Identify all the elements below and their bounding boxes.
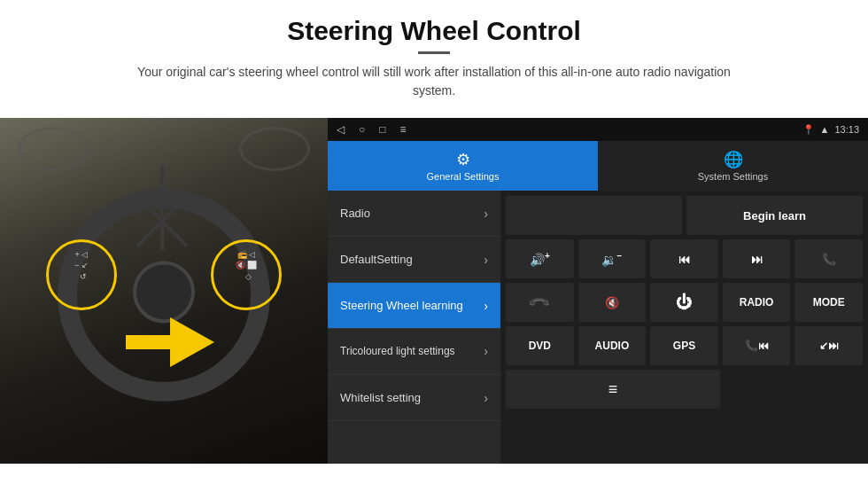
chevron-icon-whitelist: › bbox=[484, 391, 488, 405]
volume-up-button[interactable]: 🔊+ bbox=[506, 239, 574, 278]
controls-row-3: DVD AUDIO GPS 📞⏮ ↙⏭ bbox=[506, 326, 863, 365]
steering-wheel-center bbox=[133, 261, 195, 323]
chevron-icon-default: › bbox=[484, 253, 488, 267]
tab-bar: ⚙ General Settings 🌐 System Settings bbox=[328, 141, 868, 191]
ui-panel: ◁ ○ □ ≡ 📍 ▲ 13:13 ⚙ General Settings bbox=[328, 118, 868, 464]
menu-item-whitelist[interactable]: Whitelist setting › bbox=[328, 375, 500, 421]
time-display: 13:13 bbox=[834, 124, 859, 135]
content-area: + ◁− ↙ ↺ 📻 ◁🔇 ⬜ ◇ bbox=[0, 118, 868, 464]
tab-system-settings[interactable]: 🌐 System Settings bbox=[598, 141, 868, 191]
status-bar-left: ◁ ○ □ ≡ bbox=[337, 123, 407, 136]
gear-icon: ⚙ bbox=[456, 150, 470, 169]
circle-right: 📻 ◁🔇 ⬜ ◇ bbox=[211, 239, 282, 310]
phone-answer-icon: 📞 bbox=[822, 253, 836, 266]
phone-prev-icon: 📞⏮ bbox=[745, 340, 769, 352]
mode-button[interactable]: MODE bbox=[794, 283, 863, 322]
controls-row-4: ≡ bbox=[506, 370, 863, 409]
page-title: Steering Wheel Control bbox=[124, 16, 744, 46]
menu-item-steering[interactable]: Steering Wheel learning › bbox=[328, 283, 500, 329]
back-nav-icon[interactable]: ◁ bbox=[337, 123, 345, 136]
status-bar-right: 📍 ▲ 13:13 bbox=[802, 124, 859, 136]
menu-default-label: DefaultSetting bbox=[340, 253, 413, 266]
gps-button[interactable]: GPS bbox=[650, 326, 718, 365]
list-icon: ≡ bbox=[608, 380, 618, 399]
menu-radio-label: Radio bbox=[340, 207, 370, 220]
mode-button-label: MODE bbox=[813, 296, 845, 309]
menu-nav-icon[interactable]: ≡ bbox=[400, 123, 407, 136]
volume-down-button[interactable]: 🔉− bbox=[578, 239, 647, 278]
phone-prev-button[interactable]: 📞⏮ bbox=[723, 326, 791, 365]
menu-steering-label: Steering Wheel learning bbox=[340, 299, 463, 312]
controls-row-2: 📞 🔇 ⏻ RADIO MODE bbox=[506, 283, 863, 322]
menu-whitelist-label: Whitelist setting bbox=[340, 391, 421, 404]
hang-up-button[interactable]: 📞 bbox=[506, 283, 574, 322]
chevron-icon-radio: › bbox=[484, 207, 488, 221]
menu-item-default[interactable]: DefaultSetting › bbox=[328, 237, 500, 283]
photo-panel: + ◁− ↙ ↺ 📻 ◁🔇 ⬜ ◇ bbox=[0, 118, 328, 464]
power-icon: ⏻ bbox=[676, 293, 692, 312]
gps-button-label: GPS bbox=[673, 340, 695, 352]
begin-learn-button[interactable]: Begin learn bbox=[686, 196, 863, 235]
chevron-icon-steering: › bbox=[484, 299, 488, 313]
main-content: Radio › DefaultSetting › Steering Wheel … bbox=[328, 191, 868, 464]
mute-icon: 🔇 bbox=[605, 296, 619, 309]
next-track-icon: ⏭ bbox=[751, 253, 763, 266]
skip-icon: ↙⏭ bbox=[819, 340, 839, 352]
list-button[interactable]: ≡ bbox=[506, 370, 720, 409]
prev-track-icon: ⏮ bbox=[678, 253, 690, 266]
dvd-button-label: DVD bbox=[529, 340, 551, 352]
chevron-icon-tricoloured: › bbox=[484, 343, 488, 359]
volume-down-icon: 🔉− bbox=[601, 251, 622, 267]
status-bar: ◁ ○ □ ≡ 📍 ▲ 13:13 bbox=[328, 118, 868, 141]
globe-icon: 🌐 bbox=[724, 150, 743, 169]
subtitle-text: Your original car's steering wheel contr… bbox=[124, 63, 744, 100]
phone-answer-button[interactable]: 📞 bbox=[794, 239, 863, 278]
steering-wheel-bg: + ◁− ↙ ↺ 📻 ◁🔇 ⬜ ◇ bbox=[0, 118, 328, 464]
radio-button-label: RADIO bbox=[740, 296, 774, 309]
controls-row-0: Begin learn bbox=[506, 196, 863, 235]
audio-button-label: AUDIO bbox=[595, 340, 630, 352]
menu-item-tricoloured[interactable]: Tricoloured light settings › bbox=[328, 329, 500, 375]
volume-up-icon: 🔊+ bbox=[530, 251, 550, 267]
controls-row-1: 🔊+ 🔉− ⏮ ⏭ 📞 bbox=[506, 239, 863, 278]
arrow-indicator bbox=[126, 317, 214, 367]
audio-button[interactable]: AUDIO bbox=[578, 326, 647, 365]
power-button[interactable]: ⏻ bbox=[650, 283, 718, 322]
circle-left: + ◁− ↙ ↺ bbox=[46, 239, 117, 310]
next-track-button[interactable]: ⏭ bbox=[723, 239, 791, 278]
empty-slot bbox=[506, 196, 682, 235]
tab-general-settings[interactable]: ⚙ General Settings bbox=[328, 141, 598, 191]
tab-system-label: System Settings bbox=[698, 171, 768, 182]
menu-tricoloured-label: Tricoloured light settings bbox=[340, 345, 455, 359]
radio-button[interactable]: RADIO bbox=[723, 283, 791, 322]
location-icon: 📍 bbox=[802, 124, 815, 136]
home-nav-icon[interactable]: ○ bbox=[359, 123, 365, 136]
tab-general-label: General Settings bbox=[427, 171, 500, 182]
menu-panel: Radio › DefaultSetting › Steering Wheel … bbox=[328, 191, 500, 464]
menu-item-radio[interactable]: Radio › bbox=[328, 191, 500, 237]
recents-nav-icon[interactable]: □ bbox=[379, 123, 385, 136]
hang-up-icon: 📞 bbox=[528, 290, 553, 315]
wifi-icon: ▲ bbox=[820, 124, 830, 135]
mute-button[interactable]: 🔇 bbox=[578, 283, 647, 322]
controls-panel: Begin learn 🔊+ 🔉− ⏮ bbox=[500, 191, 868, 464]
prev-track-button[interactable]: ⏮ bbox=[650, 239, 718, 278]
skip-button[interactable]: ↙⏭ bbox=[794, 326, 863, 365]
header-section: Steering Wheel Control Your original car… bbox=[124, 16, 744, 100]
dvd-button[interactable]: DVD bbox=[506, 326, 574, 365]
title-divider bbox=[418, 51, 450, 54]
